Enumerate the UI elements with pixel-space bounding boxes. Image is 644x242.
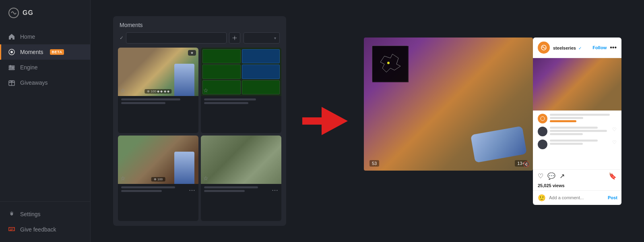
video-preview: 53 13+ 🔇 (364, 38, 533, 171)
video-thumb-2: ☆ (201, 48, 281, 96)
gear-button[interactable] (229, 32, 240, 44)
ig-post-button[interactable]: Post (608, 195, 617, 200)
video-badge-1: ★ (188, 50, 196, 56)
cs-item-3 (202, 65, 241, 79)
video-thumb-3: ☆ ⊕ 100 (118, 136, 198, 184)
video-card-3[interactable]: ☆ ⊕ 100 ⋯ (118, 136, 198, 221)
video-info-1 (118, 96, 198, 108)
ig-heart-icon-1[interactable]: ♡ (612, 127, 617, 132)
ig-header: steelseries ✓ Follow ••• (533, 38, 621, 58)
video-thumb-4: ☆ (201, 136, 281, 184)
ig-verified-badge: ✓ (578, 46, 582, 50)
sidebar-item-giveaways[interactable]: Giveaways (0, 75, 90, 90)
home-icon (8, 33, 15, 40)
instagram-panel: steelseries ✓ Follow ••• (533, 38, 621, 205)
ig-comment-button[interactable]: 💬 (547, 172, 555, 180)
sidebar-item-engine-label: Engine (20, 64, 38, 71)
arrow-head (322, 107, 348, 135)
moments-toolbar: ✓ ▾ (113, 32, 286, 48)
cs-item-4 (242, 65, 280, 79)
star-icon-2: ☆ (203, 87, 208, 94)
valorant-char-1 (174, 64, 194, 96)
meta-line-1a (121, 98, 180, 100)
preview-and-instagram: 53 13+ 🔇 steelseries (364, 38, 621, 205)
sidebar-item-moments-label: Moments (20, 49, 43, 55)
main-content: Moments ✓ ▾ ★ (91, 0, 644, 242)
valorant-char-3 (174, 152, 194, 184)
meta-line-4b (204, 190, 245, 192)
mute-icon: 🔇 (523, 161, 530, 167)
sort-dropdown[interactable]: ▾ (244, 32, 280, 44)
hud-ammo-count: 53 (369, 160, 379, 167)
svg-rect-3 (9, 66, 14, 67)
ig-follow-button[interactable]: Follow (592, 45, 607, 50)
meta-line-4a (204, 186, 258, 188)
giveaways-icon (8, 79, 15, 86)
svg-point-13 (541, 117, 545, 121)
comment-line-1c (550, 133, 583, 135)
feedback-icon (8, 226, 15, 233)
ig-comment-row-1: ♡ (538, 127, 617, 136)
svg-point-9 (234, 37, 235, 39)
meta-line-1b (121, 102, 165, 104)
arrow-container (302, 107, 348, 135)
sidebar-nav: Home Moments BETA Engine (0, 26, 90, 201)
star-icon-4: ☆ (203, 175, 208, 182)
svg-rect-10 (372, 46, 409, 82)
svg-point-2 (10, 51, 13, 53)
ig-more-button[interactable]: ••• (610, 44, 617, 51)
sidebar-item-engine[interactable]: Engine (0, 60, 90, 75)
preview-game-scene: 53 13+ 🔇 (364, 38, 533, 171)
minimap-svg (372, 46, 409, 82)
ig-comment-lines-2 (550, 140, 610, 146)
gear-icon (232, 35, 237, 40)
steelseries-logo-icon (8, 7, 19, 19)
app-logo-text: GG (23, 9, 33, 17)
cs-inventory (201, 48, 281, 96)
video-info-4: ⋯ (201, 184, 281, 196)
arrow-wrapper (302, 107, 348, 135)
sidebar-logo: GG (0, 0, 90, 26)
author-line-1 (550, 114, 610, 116)
ig-user-info: steelseries ✓ (553, 44, 582, 51)
ig-comment-input[interactable] (549, 195, 605, 200)
comment-line-2b (550, 143, 583, 145)
meta-line-3b (121, 190, 162, 192)
moments-panel-title: Moments (120, 22, 143, 28)
svg-rect-4 (9, 67, 14, 68)
ig-share-button[interactable]: ↗ (559, 172, 565, 180)
settings-icon (8, 211, 15, 218)
cs-item-6 (242, 80, 280, 94)
ig-comment-avatar-2 (538, 140, 547, 149)
svg-rect-5 (9, 69, 14, 70)
preview-minimap (372, 46, 408, 82)
sidebar-item-settings[interactable]: Settings (0, 207, 90, 222)
comment-line-2a (550, 140, 598, 142)
options-icon-4[interactable]: ⋯ (272, 186, 278, 194)
moments-panel: Moments ✓ ▾ ★ (113, 16, 286, 226)
video-meta-2 (204, 98, 278, 106)
options-icon-3[interactable]: ⋯ (189, 186, 195, 194)
toolbar-left: ✓ (120, 32, 240, 44)
sidebar-item-giveaways-label: Giveaways (20, 79, 47, 86)
sidebar-bottom: Settings Give feedback (0, 201, 90, 242)
arrow-shaft (302, 117, 322, 125)
sidebar-item-home[interactable]: Home (0, 29, 90, 44)
ig-like-button[interactable]: ♡ (538, 172, 543, 180)
star-icon-3: ☆ (120, 175, 126, 182)
video-info-2 (201, 96, 281, 108)
video-card-1[interactable]: ★ ☆ ⊕ 100 ◆ ◆ ◆ ◆ (118, 48, 198, 133)
ig-views-count: 25,025 views (533, 182, 621, 190)
sidebar-item-feedback[interactable]: Give feedback (0, 222, 90, 237)
comment-line-1b (550, 130, 607, 132)
filter-bar[interactable] (126, 32, 227, 44)
ig-bookmark-button[interactable]: 🔖 (609, 172, 617, 180)
video-card-2[interactable]: ☆ (201, 48, 281, 133)
meta-line-3a (121, 186, 175, 188)
video-meta-1 (121, 98, 195, 106)
ig-comment-row-2: ♡ (538, 140, 617, 149)
video-card-4[interactable]: ☆ ⋯ (201, 136, 281, 221)
video-meta-3 (121, 186, 189, 194)
ig-heart-icon-2[interactable]: ♡ (612, 140, 617, 145)
sidebar-item-moments[interactable]: Moments BETA (0, 44, 90, 60)
